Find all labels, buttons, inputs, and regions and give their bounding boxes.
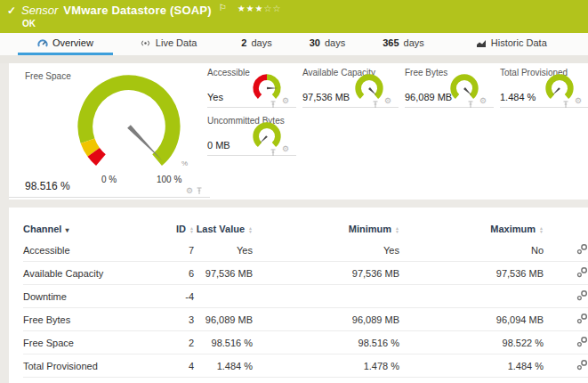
tab-365-days-number: 365 bbox=[383, 37, 399, 48]
tab-historic-data[interactable]: Historic Data bbox=[462, 33, 561, 55]
cell-id: 4 bbox=[157, 354, 194, 378]
tab-30-days-number: 30 bbox=[310, 37, 320, 48]
cell-maximum: 96,094 MB bbox=[399, 308, 544, 331]
edit-channel-icon[interactable] bbox=[576, 313, 588, 326]
stars-empty: ☆☆ bbox=[264, 4, 282, 13]
cell-last-value: 1.484 % bbox=[194, 354, 253, 378]
cell-minimum: 97,536 MB bbox=[253, 262, 399, 285]
accessible-gauge bbox=[250, 71, 284, 105]
cell-last-value: 96,089 MB bbox=[194, 308, 253, 331]
cell-minimum: 96,089 MB bbox=[253, 308, 399, 331]
gauge-settings-gear-icon[interactable]: ⚙ bbox=[479, 97, 487, 105]
column-header-channel[interactable]: Channel▾ bbox=[23, 220, 157, 239]
channel-table-body: Accessible 7 Yes Yes No Available Capaci… bbox=[23, 239, 588, 383]
uncommitted-bytes-gauge bbox=[250, 119, 284, 153]
gauge-value: 0 MB bbox=[207, 140, 230, 151]
cell-minimum: 98.516 % bbox=[253, 331, 399, 354]
tab-log[interactable]: Log bbox=[579, 33, 588, 55]
tab-365-days-word: days bbox=[404, 37, 424, 48]
gauge-pin-icon[interactable] bbox=[467, 101, 474, 109]
status-badge: OK bbox=[22, 19, 36, 29]
gauge-pin-icon[interactable] bbox=[372, 101, 379, 109]
cell-last-value bbox=[194, 285, 253, 308]
cell-last-value: 98.516 % bbox=[194, 331, 253, 354]
cell-minimum: 0 MB bbox=[253, 378, 399, 383]
gauge-panel-accessible[interactable]: Accessible Yes ⚙ bbox=[207, 68, 296, 108]
edit-channel-icon[interactable] bbox=[576, 336, 588, 349]
gauge-needle bbox=[552, 87, 560, 95]
sort-icon: ▲▼ bbox=[395, 226, 399, 233]
stars-filled: ★★★ bbox=[238, 4, 264, 13]
gauge-value: 98.516 % bbox=[25, 180, 70, 192]
sort-icon: ▲▼ bbox=[189, 226, 194, 233]
cell-id: -4 bbox=[157, 285, 194, 308]
channel-table: Channel▾ ID▲▼ Last Value▲▼ Minimum▲▼ Max… bbox=[23, 220, 588, 383]
tab-2-days-number: 2 bbox=[241, 37, 246, 48]
gauge-panel-uncommitted-bytes[interactable]: Uncommitted Bytes 0 MB ⚙ bbox=[207, 116, 296, 156]
column-header-id[interactable]: ID▲▼ bbox=[157, 220, 194, 239]
cell-maximum: No bbox=[399, 239, 544, 262]
edit-channel-icon[interactable] bbox=[576, 359, 588, 372]
cell-channel: Available Capacity bbox=[23, 262, 157, 285]
gauge-min-label: 0 % bbox=[101, 175, 117, 184]
gauge-pin-icon[interactable] bbox=[270, 149, 277, 157]
priority-stars[interactable]: ★★★☆☆ bbox=[238, 4, 282, 13]
tab-overview[interactable]: Overview bbox=[18, 33, 113, 55]
cell-minimum bbox=[253, 285, 399, 308]
gauge-value: 96,089 MB bbox=[405, 92, 452, 102]
gauge-icon bbox=[37, 38, 48, 48]
page-title: VMware Datastore (SOAP) bbox=[63, 4, 211, 17]
gauge-label: Free Space bbox=[25, 71, 71, 81]
tab-365-days[interactable]: 365 days bbox=[368, 33, 439, 55]
cell-channel: Free Bytes bbox=[23, 308, 157, 331]
tab-bar: Overview Live Data 2 days 30 days 365 da… bbox=[0, 33, 588, 55]
table-header-row: Channel▾ ID▲▼ Last Value▲▼ Minimum▲▼ Max… bbox=[23, 220, 588, 239]
gauge-pin-icon[interactable] bbox=[270, 101, 277, 109]
table-row: Uncommitted Bytes 5 0 MB 0 MB 0 MB bbox=[23, 378, 588, 383]
sort-icon: ▲▼ bbox=[248, 226, 253, 233]
gauge-pin-icon[interactable] bbox=[562, 101, 569, 109]
gauge-value: 97,536 MB bbox=[302, 92, 350, 102]
available-capacity-gauge bbox=[352, 71, 386, 105]
column-header-minimum[interactable]: Minimum▲▼ bbox=[253, 220, 399, 239]
cell-maximum: 0 MB bbox=[399, 378, 544, 383]
table-row: Accessible 7 Yes Yes No bbox=[23, 239, 588, 262]
gauge-settings-gear-icon[interactable]: ⚙ bbox=[282, 145, 289, 153]
gauge-panel-free-space[interactable]: Free Space 0 % 100 % % 98.516 % ⚙ bbox=[9, 63, 210, 198]
tab-2-days[interactable]: 2 days bbox=[227, 33, 286, 55]
free-space-gauge bbox=[77, 74, 181, 179]
sensor-overview-page: ✓ Sensor VMware Datastore (SOAP) ⚐ ★★★☆☆… bbox=[0, 0, 588, 383]
table-row: Available Capacity 6 97,536 MB 97,536 MB… bbox=[23, 262, 588, 285]
cell-id: 2 bbox=[157, 331, 194, 354]
tab-live-data[interactable]: Live Data bbox=[125, 33, 211, 55]
tab-30-days[interactable]: 30 days bbox=[295, 33, 360, 55]
channel-table-section: Channel▾ ID▲▼ Last Value▲▼ Minimum▲▼ Max… bbox=[9, 208, 588, 383]
gauge-panel-free-bytes[interactable]: Free Bytes 96,089 MB ⚙ bbox=[405, 68, 494, 108]
table-row: Downtime -4 bbox=[23, 285, 588, 308]
gauge-needle bbox=[368, 87, 376, 95]
gauge-panel-available-capacity[interactable]: Available Capacity 97,536 MB ⚙ bbox=[302, 68, 399, 108]
tab-overview-label: Overview bbox=[52, 37, 93, 48]
tab-historic-data-label: Historic Data bbox=[491, 37, 547, 48]
edit-channel-icon[interactable] bbox=[576, 243, 588, 257]
gauge-settings-gear-icon[interactable]: ⚙ bbox=[282, 97, 289, 105]
column-header-maximum[interactable]: Maximum▲▼ bbox=[399, 220, 544, 239]
edit-channel-icon[interactable] bbox=[576, 289, 588, 303]
gauge-settings-gear-icon[interactable]: ⚙ bbox=[575, 97, 582, 105]
gauge-value: Yes bbox=[207, 92, 223, 102]
flag-icon[interactable]: ⚐ bbox=[219, 3, 227, 12]
gauge-settings-gear-icon[interactable]: ⚙ bbox=[186, 187, 193, 195]
cell-channel: Total Provisioned bbox=[23, 354, 157, 378]
gauge-pin-icon[interactable] bbox=[196, 187, 203, 195]
column-header-last-value[interactable]: Last Value▲▼ bbox=[194, 220, 253, 239]
sort-desc-icon: ▾ bbox=[65, 226, 68, 234]
gauge-settings-gear-icon[interactable]: ⚙ bbox=[384, 97, 391, 105]
gauge-unit-label: % bbox=[181, 159, 188, 167]
edit-channel-icon[interactable] bbox=[576, 266, 588, 280]
gauge-panel-total-provisioned[interactable]: Total Provisioned 1.484 % ⚙ bbox=[500, 68, 588, 108]
table-row: Free Space 2 98.516 % 98.516 % 98.522 % bbox=[23, 331, 588, 354]
cell-maximum: 98.522 % bbox=[399, 331, 544, 354]
cell-channel: Downtime bbox=[23, 285, 157, 308]
cell-minimum: 1.478 % bbox=[253, 354, 399, 378]
gauge-needle bbox=[127, 125, 162, 160]
